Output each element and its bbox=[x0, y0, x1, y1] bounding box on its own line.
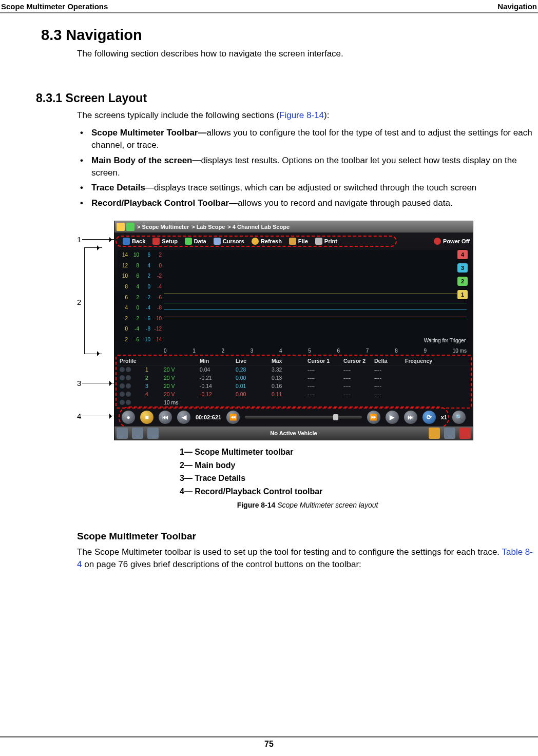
callout-1: 1 bbox=[77, 235, 81, 244]
zoom-button[interactable]: 🔍 bbox=[452, 411, 466, 424]
trace-row[interactable]: 4 20 V -0.12 0.00 0.11 ------------ bbox=[118, 390, 470, 398]
figure-title: Scope Multimeter screen layout bbox=[277, 501, 378, 509]
legend-item: 4— Record/Playback Control toolbar bbox=[180, 485, 538, 498]
scope-toolbar: Back Setup Data Cursors Refresh File Pri… bbox=[118, 235, 470, 248]
zoom-level: x1 bbox=[441, 414, 447, 420]
trace-ch1 bbox=[164, 294, 467, 294]
step-back-button[interactable]: ◀ bbox=[177, 411, 190, 424]
channel-badge-2[interactable]: 2 bbox=[457, 277, 468, 286]
plot-area[interactable]: 14121086420-2 1086420-2-4-6 6420-2-4-6-8… bbox=[118, 250, 470, 355]
para-pre: The Scope Multimeter toolbar is used to … bbox=[77, 547, 502, 557]
y-axis-ch1: 14121086420-2 bbox=[118, 250, 129, 344]
bullet-lead: Trace Details bbox=[91, 183, 145, 192]
file-button[interactable]: File bbox=[289, 238, 308, 245]
intro-pre: The screens typically include the follow… bbox=[77, 110, 279, 120]
main-content: 8.3 Navigation The following section des… bbox=[0, 13, 538, 571]
zoom-reset-button[interactable]: ⟳ bbox=[422, 411, 436, 424]
intro-post: ): bbox=[324, 110, 329, 120]
legend-item: 3— Trace Details bbox=[180, 472, 538, 485]
back-button[interactable]: Back bbox=[123, 238, 145, 245]
label: Back bbox=[132, 238, 145, 244]
bullet-item: Scope Multimeter Toolbar—allows you to c… bbox=[80, 127, 534, 151]
nav-icon[interactable] bbox=[147, 428, 159, 439]
os-icon bbox=[117, 223, 125, 231]
screenshot: > Scope Multimeter > Lab Scope > 4 Chann… bbox=[114, 221, 473, 440]
label: Refresh bbox=[261, 238, 282, 244]
trace-ch2 bbox=[164, 303, 467, 303]
step-fwd-button[interactable]: ▶ bbox=[386, 411, 399, 424]
header-right: Navigation bbox=[497, 2, 537, 11]
header-left: Scope Multimeter Operations bbox=[1, 2, 108, 11]
legend-item: 2— Main body bbox=[180, 459, 538, 472]
bullet-lead: Main Body of the screen— bbox=[91, 156, 201, 165]
trace-ch3 bbox=[164, 309, 467, 310]
bullet-lead: Record/Playback Control Toolbar bbox=[91, 198, 229, 208]
print-button[interactable]: Print bbox=[315, 238, 337, 245]
trace-row[interactable]: 2 20 V -0.21 0.00 0.13 ------------ bbox=[118, 374, 470, 382]
home-icon[interactable] bbox=[117, 428, 128, 439]
para-post: on page 76 gives brief descriptions of t… bbox=[82, 559, 361, 569]
section-intro: The following section describes how to n… bbox=[77, 48, 538, 61]
os-icon bbox=[126, 223, 134, 231]
status-icon[interactable] bbox=[444, 428, 455, 439]
bullet-item: Trace Details—displays trace settings, w… bbox=[80, 182, 534, 194]
breadcrumb: > Lab Scope bbox=[191, 224, 225, 230]
setup-button[interactable]: Setup bbox=[152, 238, 178, 245]
cursors-button[interactable]: Cursors bbox=[214, 238, 244, 245]
section-heading: 8.3 Navigation bbox=[41, 27, 538, 44]
figure-8-14: 1 2 3 4 bbox=[77, 221, 538, 509]
callout-4: 4 bbox=[77, 412, 81, 420]
bottom-bar: No Active Vehicle bbox=[114, 427, 473, 440]
playback-time: 00:02:621 bbox=[196, 414, 221, 420]
page-number: 75 bbox=[264, 740, 274, 748]
record-button[interactable]: ● bbox=[122, 411, 135, 424]
power-off-button[interactable]: Power Off bbox=[434, 238, 470, 245]
subsection-intro: The screens typically include the follow… bbox=[77, 109, 538, 122]
skip-fwd-button[interactable]: ⏭ bbox=[404, 411, 417, 424]
skip-back-button[interactable]: ⏮ bbox=[159, 411, 172, 424]
callout-2: 2 bbox=[77, 298, 81, 306]
refresh-icon bbox=[252, 238, 259, 245]
page-footer: 75 bbox=[0, 736, 538, 749]
data-button[interactable]: Data bbox=[185, 238, 206, 245]
setup-icon bbox=[152, 238, 160, 245]
window-titlebar: > Scope Multimeter > Lab Scope > 4 Chann… bbox=[114, 221, 473, 232]
breadcrumb: > 4 Channel Lab Scope bbox=[227, 224, 290, 230]
feature-bullets: Scope Multimeter Toolbar—allows you to c… bbox=[80, 127, 534, 209]
x-axis: 012345678910 ms bbox=[164, 348, 467, 354]
channel-badge-3[interactable]: 3 bbox=[457, 263, 468, 273]
channel-badge-4[interactable]: 4 bbox=[457, 250, 468, 259]
channel-badge-1[interactable]: 1 bbox=[457, 290, 468, 299]
nav-icon[interactable] bbox=[132, 428, 143, 439]
stop-button[interactable]: ■ bbox=[140, 411, 153, 424]
callout-3: 3 bbox=[77, 379, 81, 387]
power-icon bbox=[434, 238, 441, 245]
label: Power Off bbox=[443, 238, 470, 244]
data-icon bbox=[185, 238, 192, 245]
trace-row[interactable]: 1 20 V 0.04 0.28 3.32 ------------ bbox=[118, 365, 470, 374]
legend-item: 1— Scope Multimeter toolbar bbox=[180, 445, 538, 459]
ffwd-button[interactable]: ⏩ bbox=[367, 411, 380, 424]
cursors-icon bbox=[214, 238, 221, 245]
figure-reference-link[interactable]: Figure 8-14 bbox=[279, 110, 324, 120]
channel-badges: 4 3 2 1 bbox=[457, 250, 468, 299]
callout-2-bracket bbox=[84, 247, 102, 354]
toolbar-paragraph: The Scope Multimeter toolbar is used to … bbox=[77, 546, 534, 571]
trace-sweep-row[interactable]: 10 ms bbox=[118, 398, 470, 406]
status-icon[interactable] bbox=[429, 428, 440, 439]
scrub-bar[interactable] bbox=[245, 416, 362, 419]
plot-grid bbox=[164, 252, 467, 344]
status-icon[interactable] bbox=[459, 428, 471, 439]
trace-details[interactable]: Profile MinLiveMax Cursor 1Cursor 2Delta… bbox=[118, 357, 470, 406]
rewind-button[interactable]: ⏪ bbox=[226, 411, 240, 424]
bullet-item: Record/Playback Control Toolbar—allows y… bbox=[80, 197, 534, 209]
bullet-lead: Scope Multimeter Toolbar— bbox=[91, 128, 207, 138]
file-icon bbox=[289, 238, 296, 245]
figure-legend: 1— Scope Multimeter toolbar 2— Main body… bbox=[180, 445, 538, 498]
trace-header: Profile MinLiveMax Cursor 1Cursor 2Delta… bbox=[118, 357, 470, 365]
refresh-button[interactable]: Refresh bbox=[252, 238, 282, 245]
breadcrumb: > Scope Multimeter bbox=[137, 224, 189, 230]
y-axis-ch3: 6420-2-4-6-8-10 bbox=[140, 250, 151, 344]
trace-row[interactable]: 3 20 V -0.14 0.01 0.16 ------------ bbox=[118, 382, 470, 390]
label: Setup bbox=[162, 238, 178, 244]
